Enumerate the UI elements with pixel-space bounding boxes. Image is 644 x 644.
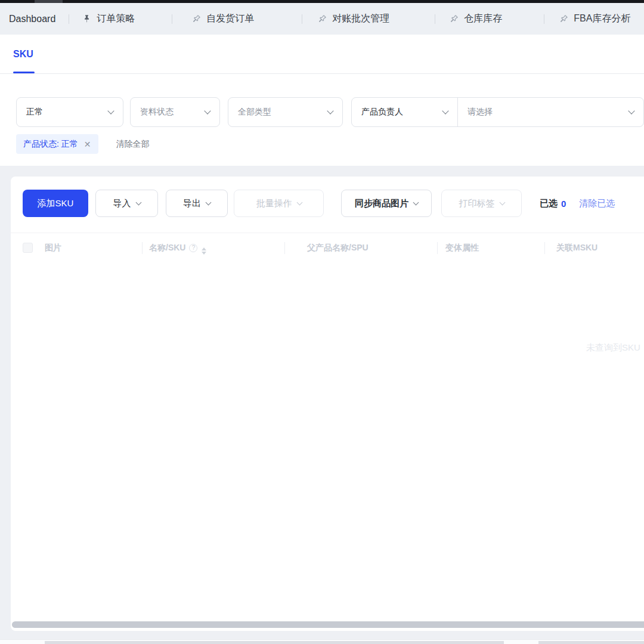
chevron-down-icon	[135, 199, 141, 205]
nav-separator	[69, 14, 69, 24]
chevron-down-icon	[499, 199, 505, 205]
nav-item-warehouse-inventory[interactable]: 仓库库存	[450, 13, 502, 25]
import-button[interactable]: 导入	[95, 190, 158, 217]
column-header-variant-attrs: 变体属性	[445, 243, 479, 253]
table-toolbar: 添加SKU 导入 导出 批量操作 同步商品图片 打印标签 已选 0 清除已选	[23, 190, 615, 217]
product-status-select[interactable]: 正常	[16, 97, 123, 127]
clear-all-filters-button[interactable]: 清除全部	[116, 139, 150, 150]
column-divider	[142, 242, 143, 254]
export-button[interactable]: 导出	[166, 190, 228, 217]
tab-sku[interactable]: SKU	[13, 49, 33, 60]
nav-separator	[435, 14, 435, 24]
column-header-linked-msku: 关联MSKU	[556, 243, 597, 253]
column-header-name-sku: 名称/SKU?	[149, 243, 206, 255]
bottom-edge-strip	[0, 639, 644, 644]
nav-item-self-shipped-orders[interactable]: 自发货订单	[192, 13, 254, 25]
chevron-down-icon	[204, 107, 210, 114]
owner-field-select[interactable]: 产品负责人	[352, 98, 457, 126]
nav-separator	[302, 14, 302, 24]
owner-filter-compound: 产品负责人 请选择	[351, 97, 644, 127]
chevron-down-icon	[296, 199, 302, 205]
bottom-scrollbar-segment	[538, 641, 644, 644]
active-tab-indicator	[13, 72, 35, 73]
sort-icon[interactable]	[202, 247, 206, 255]
chevron-down-icon	[628, 107, 634, 114]
pin-outline-icon[interactable]	[559, 14, 568, 23]
horizontal-scrollbar[interactable]	[12, 621, 644, 628]
chevron-down-icon	[206, 199, 212, 205]
pin-outline-icon[interactable]	[192, 14, 201, 23]
column-header-image: 图片	[45, 243, 61, 253]
active-filters-row: 产品状态: 正常 ✕ 清除全部	[16, 134, 150, 154]
selected-label: 已选	[540, 198, 558, 209]
data-status-select[interactable]: 资料状态	[130, 97, 220, 127]
nav-item-fba-inventory[interactable]: FBA库存分析	[559, 13, 630, 25]
owner-value-select[interactable]: 请选择	[458, 98, 643, 126]
chevron-down-icon	[107, 107, 114, 114]
bottom-scrollbar-segment	[45, 641, 504, 644]
pin-outline-icon[interactable]	[450, 14, 459, 23]
sku-table-card: 添加SKU 导入 导出 批量操作 同步商品图片 打印标签 已选 0 清除已选 图…	[11, 177, 644, 631]
filter-section: 正常 资料状态 全部类型 产品负责人 请选择 产品状态: 正常 ✕ 清除全部	[0, 74, 644, 166]
clear-selected-button[interactable]: 清除已选	[579, 198, 615, 209]
add-sku-button[interactable]: 添加SKU	[23, 190, 88, 217]
print-label-button: 打印标签	[441, 190, 522, 217]
chevron-down-icon	[413, 199, 419, 205]
nav-separator	[172, 14, 172, 24]
chevron-down-icon	[442, 107, 448, 114]
nav-item-order-strategy[interactable]: 订单策略	[82, 13, 135, 25]
nav-separator	[544, 14, 544, 24]
top-nav: Dashboard 订单策略 自发货订单 对账批次管理 仓库库存 FBA库存分析	[0, 3, 644, 35]
sync-product-images-button[interactable]: 同步商品图片	[341, 190, 432, 217]
table-header-row: 图片 名称/SKU? 父产品名称/SPU 变体属性 关联MSKU	[11, 233, 644, 262]
column-divider	[284, 242, 285, 254]
select-all-checkbox[interactable]	[23, 243, 33, 253]
column-divider	[437, 242, 438, 254]
column-divider	[544, 242, 545, 254]
nav-item-reconciliation-batches[interactable]: 对账批次管理	[318, 13, 389, 25]
column-header-parent-spu: 父产品名称/SPU	[307, 243, 369, 253]
selected-count: 0	[561, 199, 566, 209]
type-select[interactable]: 全部类型	[228, 97, 343, 127]
chevron-down-icon	[327, 107, 333, 114]
filter-tag-product-status: 产品状态: 正常 ✕	[16, 134, 98, 154]
help-icon[interactable]: ?	[189, 244, 197, 252]
empty-state-text: 未查询到SKU	[586, 342, 640, 354]
tab-bar: SKU	[0, 35, 644, 74]
bottom-scrollbar-thumb	[325, 641, 339, 644]
pin-outline-icon[interactable]	[318, 14, 327, 23]
batch-operations-button: 批量操作	[234, 190, 324, 217]
pin-filled-icon[interactable]	[82, 14, 91, 23]
close-icon[interactable]: ✕	[84, 140, 91, 149]
nav-item-dashboard[interactable]: Dashboard	[9, 14, 55, 24]
